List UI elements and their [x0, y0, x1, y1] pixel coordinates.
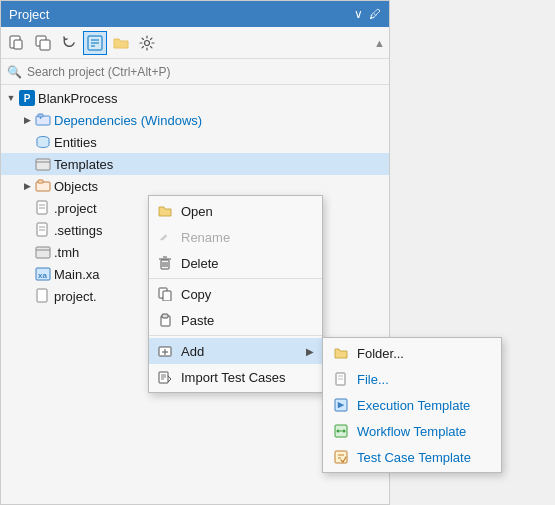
svg-rect-53 — [335, 451, 347, 463]
pin-icon[interactable]: ∨ — [354, 7, 363, 21]
execution-label: Execution Template — [357, 398, 470, 413]
svg-rect-27 — [37, 289, 47, 302]
refresh-button[interactable] — [57, 31, 81, 55]
svg-rect-3 — [40, 40, 50, 50]
tmh-icon — [35, 244, 51, 260]
entities-icon — [35, 134, 51, 150]
menu-item-paste[interactable]: Paste — [149, 307, 322, 333]
open-folder-button[interactable] — [109, 31, 133, 55]
svg-rect-20 — [37, 223, 47, 236]
blank-process-label: BlankProcess — [38, 91, 117, 106]
svg-rect-16 — [38, 180, 43, 183]
add-label: Add — [181, 344, 204, 359]
menu-item-add[interactable]: Add ▶ — [149, 338, 322, 364]
separator-1 — [149, 278, 322, 279]
svg-rect-1 — [14, 40, 22, 49]
tree-item-templates[interactable]: Templates — [1, 153, 389, 175]
svg-rect-35 — [163, 291, 171, 301]
toolbar: ▲ — [1, 27, 389, 59]
tree-item-entities[interactable]: Entities — [1, 131, 389, 153]
svg-rect-23 — [36, 247, 50, 258]
project2-label: project. — [54, 289, 97, 304]
search-input[interactable] — [27, 65, 383, 79]
submenu-item-file[interactable]: File... — [323, 366, 501, 392]
open-button[interactable] — [31, 31, 55, 55]
svg-rect-17 — [37, 201, 47, 214]
file-label: File... — [357, 372, 389, 387]
expand-dependencies[interactable]: ▶ — [19, 112, 35, 128]
panel-title: Project — [9, 7, 49, 22]
title-bar: Project ∨ 🖊 — [1, 1, 389, 27]
project-file-label: .project — [54, 201, 97, 216]
menu-item-open[interactable]: Open — [149, 198, 322, 224]
svg-rect-37 — [162, 314, 168, 318]
tree-item-dependencies[interactable]: ▶ Dependencies (Windows) — [1, 109, 389, 131]
workflow-submenu-icon — [333, 423, 349, 439]
testcase-submenu-icon — [333, 449, 349, 465]
open-menu-icon — [157, 203, 173, 219]
main-icon: xa — [35, 266, 51, 282]
svg-point-50 — [337, 430, 340, 433]
dependencies-icon — [35, 112, 51, 128]
submenu-item-workflow[interactable]: Workflow Template — [323, 418, 501, 444]
menu-item-delete[interactable]: Delete — [149, 250, 322, 276]
templates-label: Templates — [54, 157, 113, 172]
add-submenu-arrow: ▶ — [306, 346, 314, 357]
svg-point-8 — [145, 40, 150, 45]
submenu-item-folder[interactable]: Folder... — [323, 340, 501, 366]
open-label: Open — [181, 204, 213, 219]
separator-2 — [149, 335, 322, 336]
entities-label: Entities — [54, 135, 97, 150]
folder-label: Folder... — [357, 346, 404, 361]
expand-objects[interactable]: ▶ — [19, 178, 35, 194]
context-menu: Open Rename Delete — [148, 195, 323, 393]
tree-item-blank-process[interactable]: ▼ P BlankProcess — [1, 87, 389, 109]
svg-rect-10 — [38, 114, 43, 117]
blank-process-icon: P — [19, 90, 35, 106]
title-bar-left: Project — [9, 7, 49, 22]
main-label: Main.xa — [54, 267, 100, 282]
expand-blank-process[interactable]: ▼ — [3, 90, 19, 106]
workflow-label: Workflow Template — [357, 424, 466, 439]
delete-label: Delete — [181, 256, 219, 271]
dependencies-label: Dependencies (Windows) — [54, 113, 202, 128]
testcase-label: Test Case Template — [357, 450, 471, 465]
rename-menu-icon — [157, 229, 173, 245]
templates-icon — [35, 156, 51, 172]
submenu: Folder... File... Execution Template — [322, 337, 502, 473]
delete-menu-icon — [157, 255, 173, 271]
publish-button[interactable] — [83, 31, 107, 55]
svg-text:xa: xa — [38, 271, 47, 280]
search-icon: 🔍 — [7, 65, 22, 79]
paste-label: Paste — [181, 313, 214, 328]
settings-file-icon — [35, 222, 51, 238]
settings-button[interactable] — [135, 31, 159, 55]
objects-icon — [35, 178, 51, 194]
svg-point-51 — [343, 430, 346, 433]
objects-label: Objects — [54, 179, 98, 194]
folder-submenu-icon — [333, 345, 349, 361]
svg-rect-13 — [36, 159, 50, 170]
menu-item-rename: Rename — [149, 224, 322, 250]
execution-submenu-icon — [333, 397, 349, 413]
copy-label: Copy — [181, 287, 211, 302]
file-submenu-icon — [333, 371, 349, 387]
unpin-icon[interactable]: 🖊 — [369, 7, 381, 21]
import-menu-icon — [157, 369, 173, 385]
submenu-item-execution[interactable]: Execution Template — [323, 392, 501, 418]
search-bar: 🔍 — [1, 59, 389, 85]
settings-file-label: .settings — [54, 223, 102, 238]
project-file-icon — [35, 200, 51, 216]
new-process-button[interactable] — [5, 31, 29, 55]
scroll-indicator: ▲ — [374, 37, 385, 49]
submenu-item-testcase[interactable]: Test Case Template — [323, 444, 501, 470]
tree-item-objects[interactable]: ▶ Objects — [1, 175, 389, 197]
import-label: Import Test Cases — [181, 370, 286, 385]
add-menu-icon — [157, 343, 173, 359]
menu-item-import[interactable]: Import Test Cases — [149, 364, 322, 390]
menu-item-copy[interactable]: Copy — [149, 281, 322, 307]
svg-rect-41 — [159, 372, 168, 383]
rename-label: Rename — [181, 230, 230, 245]
tmh-label: .tmh — [54, 245, 79, 260]
paste-menu-icon — [157, 312, 173, 328]
